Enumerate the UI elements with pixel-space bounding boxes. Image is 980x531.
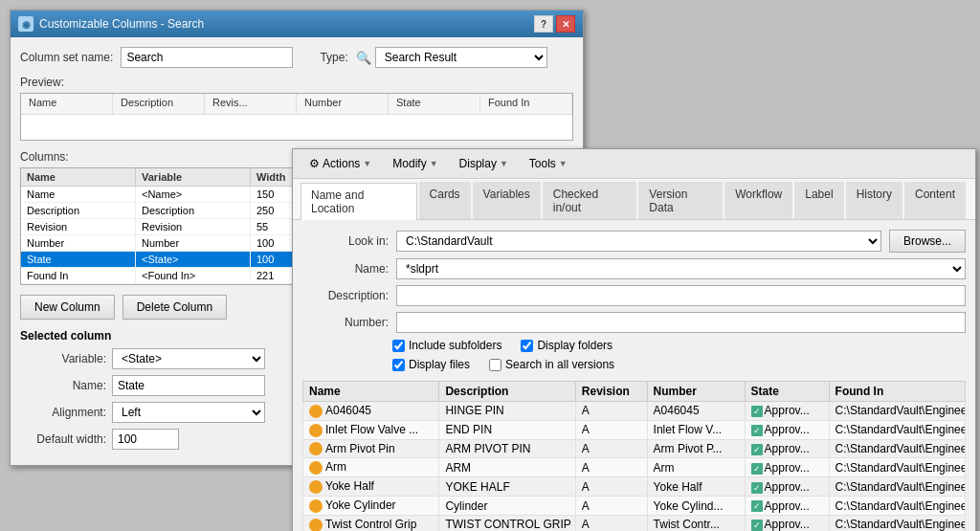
tab-cards[interactable]: Cards	[419, 182, 471, 219]
titlebar-left: ◉ Customizable Columns - Search	[18, 16, 204, 32]
tab-version-data[interactable]: Version Data	[638, 182, 723, 219]
include-subfolders-input[interactable]	[392, 340, 405, 352]
results-container: Name Description Revision Number State F…	[302, 377, 966, 531]
modify-chevron: ▼	[430, 159, 438, 168]
delete-column-button[interactable]: Delete Column	[122, 295, 227, 320]
table-row[interactable]: Twist Control Grip TWIST CONTROL GRIP A …	[303, 515, 966, 531]
include-subfolders-label: Include subfolders	[409, 339, 501, 352]
table-row[interactable]: A046045 HINGE PIN A A046045 ✓Approv... C…	[303, 402, 966, 421]
actions-chevron: ▼	[363, 159, 371, 168]
cell-number: Arm	[647, 458, 745, 477]
table-row[interactable]: Arm Pivot Pin ARM PIVOT PIN A Arm Pivot …	[303, 439, 966, 458]
preview-col-desc: Description	[113, 94, 205, 114]
cell-name: Inlet Flow Valve ...	[303, 420, 439, 439]
tools-button[interactable]: Tools ▼	[521, 153, 576, 174]
search-icon: 🔍	[356, 51, 371, 65]
cell-revision: A	[575, 497, 647, 516]
name-label: Name:	[302, 262, 389, 276]
tab-workflow[interactable]: Workflow	[724, 182, 792, 219]
search-all-versions-label: Search in all versions	[505, 358, 614, 371]
tab-label[interactable]: Label	[794, 182, 843, 219]
search-all-versions-checkbox[interactable]: Search in all versions	[489, 358, 614, 371]
column-set-name-input[interactable]	[121, 47, 293, 68]
description-input[interactable]	[396, 285, 966, 306]
search-all-versions-input[interactable]	[489, 359, 501, 371]
col-cell-var: <Found In>	[136, 268, 251, 283]
cell-found-in: C:\StandardVault\Engineer...	[829, 497, 965, 516]
actions-button[interactable]: ⚙ Actions ▼	[301, 153, 380, 174]
preview-box: Name Description Revis... Number State F…	[20, 93, 573, 141]
sc-width-label: Default width:	[20, 432, 106, 446]
cell-found-in: C:\StandardVault\Engineer...	[829, 420, 965, 439]
preview-col-name: Name	[21, 94, 113, 114]
preview-header: Name Description Revis... Number State F…	[21, 94, 572, 115]
cell-name: Yoke Half	[303, 477, 439, 497]
look-in-select[interactable]: C:\StandardVault	[396, 231, 881, 252]
display-folders-input[interactable]	[521, 340, 533, 352]
help-button[interactable]: ?	[534, 15, 553, 33]
number-row: Number:	[302, 312, 966, 333]
col-cell-var: Revision	[136, 219, 251, 234]
cell-state: ✓Approv...	[745, 420, 829, 439]
display-files-input[interactable]	[392, 359, 405, 371]
table-row[interactable]: Yoke Half YOKE HALF A Yoke Half ✓Approv.…	[303, 477, 966, 497]
tab-variables[interactable]: Variables	[473, 182, 541, 219]
include-subfolders-checkbox[interactable]: Include subfolders	[392, 339, 501, 352]
cell-name: A046045	[303, 402, 439, 421]
sc-variable-select[interactable]: <State>	[112, 348, 265, 369]
col-cell-name: Found In	[21, 268, 136, 283]
cell-state: ✓Approv...	[745, 497, 829, 516]
type-label: Type:	[320, 51, 347, 64]
close-button[interactable]: ✕	[556, 15, 575, 33]
tools-chevron: ▼	[559, 159, 568, 168]
col-cell-name: Revision	[21, 219, 136, 234]
col-cell-var: <Name>	[136, 187, 251, 202]
dialog-titlebar: ◉ Customizable Columns - Search ? ✕	[11, 11, 583, 37]
right-panel: ⚙ Actions ▼ Modify ▼ Display ▼ Tools ▼ N…	[292, 148, 976, 531]
sc-alignment-select[interactable]: Left	[112, 402, 265, 423]
tab-checked-inout[interactable]: Checked in/out	[543, 182, 637, 219]
display-button[interactable]: Display ▼	[451, 153, 517, 174]
col-h-variable: Variable	[136, 168, 251, 186]
sc-name-input[interactable]	[112, 375, 265, 396]
browse-button[interactable]: Browse...	[889, 230, 966, 253]
preview-col-found: Found In	[480, 94, 572, 114]
cell-description: END PIN	[439, 420, 575, 439]
cell-revision: A	[575, 439, 647, 458]
name-select[interactable]: *sldprt	[396, 258, 966, 279]
cell-number: Yoke Half	[647, 477, 745, 497]
preview-col-num: Number	[297, 94, 389, 114]
cell-name: Yoke Cylinder	[303, 497, 439, 516]
table-row[interactable]: Yoke Cylinder Cylinder A Yoke Cylind... …	[303, 497, 966, 516]
cell-revision: A	[575, 515, 647, 531]
actions-icon: ⚙	[309, 157, 320, 170]
display-files-checkbox[interactable]: Display files	[392, 358, 470, 371]
sc-variable-label: Variable:	[20, 352, 106, 365]
table-row[interactable]: Arm ARM A Arm ✓Approv... C:\StandardVaul…	[303, 458, 966, 477]
toolbar: ⚙ Actions ▼ Modify ▼ Display ▼ Tools ▼	[293, 149, 975, 179]
display-folders-checkbox[interactable]: Display folders	[521, 339, 612, 352]
app-icon: ◉	[18, 16, 33, 32]
checkbox-row-1: Include subfolders Display folders	[302, 339, 966, 352]
tab-content[interactable]: Content	[904, 182, 966, 219]
cell-state: ✓Approv...	[745, 439, 829, 458]
number-input[interactable]	[396, 312, 966, 333]
cell-revision: A	[575, 477, 647, 497]
tabs-bar: Name and Location Cards Variables Checke…	[293, 179, 975, 220]
cell-number: A046045	[647, 402, 745, 421]
name-row: Name: *sldprt	[302, 258, 966, 279]
display-chevron: ▼	[500, 159, 508, 168]
cell-description: ARM	[439, 458, 575, 477]
col-header-found-in: Found In	[829, 382, 965, 402]
tab-history[interactable]: History	[846, 182, 902, 219]
cell-state: ✓Approv...	[745, 515, 829, 531]
cell-name: Arm	[303, 458, 439, 477]
sc-width-input[interactable]	[112, 429, 179, 450]
column-set-row: Column set name: Type: 🔍 Search Result	[20, 47, 573, 68]
modify-button[interactable]: Modify ▼	[384, 153, 446, 174]
tab-name-location[interactable]: Name and Location	[301, 183, 417, 220]
type-select[interactable]: Search Result	[375, 47, 547, 68]
table-row[interactable]: Inlet Flow Valve ... END PIN A Inlet Flo…	[303, 420, 966, 439]
new-column-button[interactable]: New Column	[20, 295, 115, 320]
cell-number: Arm Pivot P...	[647, 439, 745, 458]
